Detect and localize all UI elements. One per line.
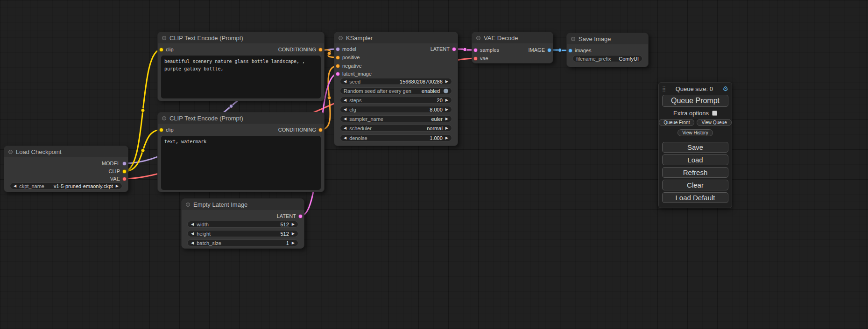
widget-random-seed-toggle[interactable]: Random seed after every gen enabled [340,87,452,94]
widget-seed[interactable]: ◀ seed 156680208700286 ▶ [340,78,452,85]
next-value-arrow-icon[interactable]: ▶ [445,126,448,130]
collapse-dot-icon[interactable] [571,37,575,41]
input-port-samples[interactable]: samples [473,47,499,53]
widget-steps[interactable]: ◀ steps 20 ▶ [340,97,452,104]
graph-canvas[interactable]: Load Checkpoint MODEL CLIP VAE ◀ ckpt_na… [0,0,868,329]
conditioning-port-dot-icon[interactable] [336,64,340,68]
clip-port-dot-icon[interactable] [159,128,163,132]
load-default-button[interactable]: Load Default [662,192,728,203]
conditioning-port-dot-icon[interactable] [336,56,340,60]
queue-prompt-button[interactable]: Queue Prompt [662,95,728,107]
node-vae-decode[interactable]: VAE Decode samples vae IMAGE [472,32,553,63]
latent-port-dot-icon[interactable] [473,48,478,52]
widget-cfg[interactable]: ◀ cfg 8.000 ▶ [340,106,452,113]
increment-arrow-icon[interactable]: ▶ [445,136,448,140]
next-value-arrow-icon[interactable]: ▶ [445,117,448,121]
decrement-arrow-icon[interactable]: ◀ [344,136,346,140]
collapse-dot-icon[interactable] [162,116,166,120]
collapse-dot-icon[interactable] [476,36,480,40]
node-title-bar[interactable]: CLIP Text Encode (Prompt) [158,32,324,43]
latent-port-dot-icon[interactable] [336,72,340,76]
input-port-model[interactable]: model [336,46,356,52]
image-port-dot-icon[interactable] [568,49,572,53]
collapse-dot-icon[interactable] [162,36,166,40]
clear-button[interactable]: Clear [662,180,728,190]
increment-arrow-icon[interactable]: ▶ [445,98,448,102]
input-port-vae[interactable]: vae [473,55,488,62]
node-title-bar[interactable]: VAE Decode [472,32,553,43]
node-load-checkpoint[interactable]: Load Checkpoint MODEL CLIP VAE ◀ ckpt_na… [4,146,128,192]
toggle-enabled-icon[interactable] [444,89,448,93]
clip-port-dot-icon[interactable] [159,48,163,52]
increment-arrow-icon[interactable]: ▶ [292,241,295,245]
decrement-arrow-icon[interactable]: ◀ [344,108,346,112]
node-title-bar[interactable]: KSampler [334,32,458,43]
prev-value-arrow-icon[interactable]: ◀ [344,117,346,121]
output-port-conditioning[interactable]: CONDITIONING [278,46,323,53]
input-port-clip[interactable]: clip [159,126,174,133]
next-value-arrow-icon[interactable]: ▶ [116,184,119,188]
view-queue-button[interactable]: View Queue [697,119,731,126]
node-title-bar[interactable]: Load Checkpoint [4,146,128,157]
input-port-negative[interactable]: negative [336,63,362,69]
latent-port-dot-icon[interactable] [298,214,303,218]
node-title-bar[interactable]: Empty Latent Image [182,199,304,210]
widget-denoise[interactable]: ◀ denoise 1.000 ▶ [340,134,452,141]
widget-width[interactable]: ◀ width 512 ▶ [187,221,298,228]
node-title-bar[interactable]: Save Image [567,33,648,44]
vae-port-dot-icon[interactable] [122,177,127,181]
output-port-vae[interactable]: VAE [110,175,127,182]
prev-value-arrow-icon[interactable]: ◀ [344,126,346,130]
increment-arrow-icon[interactable]: ▶ [445,108,448,112]
extra-options-checkbox[interactable] [712,111,717,116]
decrement-arrow-icon[interactable]: ◀ [191,223,194,226]
input-port-positive[interactable]: positive [336,54,360,61]
output-port-conditioning[interactable]: CONDITIONING [278,126,323,133]
node-empty-latent-image[interactable]: Empty Latent Image LATENT ◀ width 512 ▶ … [181,198,304,249]
model-port-dot-icon[interactable] [336,47,340,51]
node-save-image[interactable]: Save Image images filename_prefix ComfyU… [566,33,649,67]
refresh-button[interactable]: Refresh [662,167,728,178]
increment-arrow-icon[interactable]: ▶ [445,80,448,84]
collapse-dot-icon[interactable] [8,150,13,154]
drag-handle-icon[interactable]: ⣿ [662,86,666,92]
model-port-dot-icon[interactable] [122,161,127,166]
input-port-images[interactable]: images [568,47,591,54]
image-port-dot-icon[interactable] [547,48,551,52]
vae-port-dot-icon[interactable] [473,56,478,61]
collapse-dot-icon[interactable] [186,203,190,207]
prev-value-arrow-icon[interactable]: ◀ [14,184,16,188]
widget-sampler-name[interactable]: ◀ sampler_name euler ▶ [340,115,452,122]
collapse-dot-icon[interactable] [339,36,343,40]
node-ksampler[interactable]: KSampler model positive negative latent_… [334,32,458,146]
output-port-image[interactable]: IMAGE [529,47,551,53]
increment-arrow-icon[interactable]: ▶ [292,232,295,236]
decrement-arrow-icon[interactable]: ◀ [191,241,194,245]
negative-prompt-textarea[interactable]: text, watermark [161,136,321,190]
latent-port-dot-icon[interactable] [452,47,456,51]
clip-port-dot-icon[interactable] [122,169,127,174]
positive-prompt-textarea[interactable]: beautiful scenery nature glass bottle la… [161,56,321,98]
decrement-arrow-icon[interactable]: ◀ [344,80,346,84]
decrement-arrow-icon[interactable]: ◀ [191,232,194,236]
input-port-clip[interactable]: clip [159,46,174,53]
widget-scheduler[interactable]: ◀ scheduler normal ▶ [340,125,452,132]
save-button[interactable]: Save [662,142,728,153]
output-port-model[interactable]: MODEL [102,160,127,167]
queue-front-button[interactable]: Queue Front [659,119,694,126]
load-button[interactable]: Load [662,154,728,165]
widget-ckpt-name[interactable]: ◀ ckpt_name v1-5-pruned-emaonly.ckpt ▶ [10,182,122,189]
widget-batch-size[interactable]: ◀ batch_size 1 ▶ [187,239,298,246]
settings-gear-icon[interactable]: ⚙ [722,85,728,92]
node-clip-text-encode-positive[interactable]: CLIP Text Encode (Prompt) clip CONDITION… [157,32,325,101]
node-clip-text-encode-negative[interactable]: CLIP Text Encode (Prompt) clip CONDITION… [157,112,325,192]
output-port-latent[interactable]: LATENT [277,213,303,219]
output-port-clip[interactable]: CLIP [109,168,127,175]
node-title-bar[interactable]: CLIP Text Encode (Prompt) [158,112,324,124]
conditioning-port-dot-icon[interactable] [318,128,323,132]
decrement-arrow-icon[interactable]: ◀ [344,98,346,102]
view-history-button[interactable]: View History [677,129,713,136]
conditioning-port-dot-icon[interactable] [318,48,323,52]
output-port-latent[interactable]: LATENT [430,46,456,52]
widget-filename-prefix[interactable]: filename_prefix ComfyUI [572,55,642,62]
